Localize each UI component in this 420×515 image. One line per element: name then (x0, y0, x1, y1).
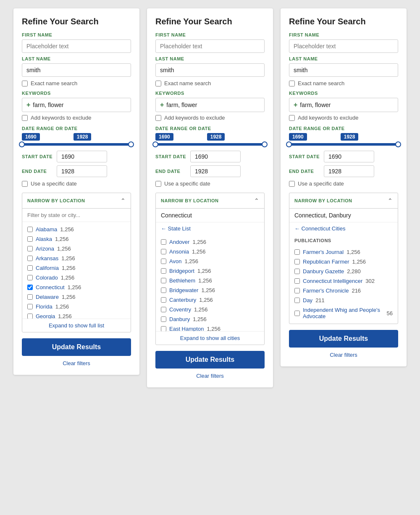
location-checkbox[interactable] (161, 249, 166, 254)
location-checkbox[interactable] (27, 246, 33, 251)
end-date-input-1[interactable] (57, 165, 107, 177)
pub-link[interactable]: Farmer's Journal (303, 249, 344, 255)
pub-link[interactable]: Connecticut Intelligencer (303, 278, 362, 284)
expand-link-1[interactable]: Expand to show full list (22, 319, 131, 332)
location-checkbox[interactable] (161, 307, 166, 312)
keywords-field-3[interactable]: + farm, flower (289, 98, 398, 112)
specific-date-checkbox-3[interactable] (289, 181, 295, 187)
location-checkbox[interactable] (27, 294, 33, 300)
location-link[interactable]: Danbury (169, 316, 190, 322)
specific-date-checkbox-2[interactable] (155, 181, 161, 187)
pub-link[interactable]: Danbury Gazette (303, 268, 344, 274)
location-link[interactable]: Colorado (36, 274, 58, 281)
specific-date-row-1: Use a specific date (22, 180, 131, 187)
back-link-2[interactable]: ← State List (156, 222, 264, 235)
location-checkbox[interactable] (161, 316, 166, 322)
narrow-header-2[interactable]: NARROW BY LOCATION ⌃ (156, 193, 264, 209)
clear-link-3[interactable]: Clear filters (289, 352, 398, 358)
location-checkbox[interactable] (161, 297, 166, 303)
last-name-input-3[interactable] (289, 63, 398, 77)
pub-checkbox[interactable] (294, 249, 300, 255)
update-btn-2[interactable]: Update Results (155, 351, 265, 369)
location-checkbox[interactable] (27, 314, 33, 319)
location-link[interactable]: Arkansas (36, 255, 58, 261)
clear-link-2[interactable]: Clear filters (155, 373, 265, 379)
last-name-input-2[interactable] (155, 63, 265, 77)
location-checkbox[interactable] (161, 326, 166, 331)
location-link[interactable]: Bethlehem (169, 277, 195, 284)
exact-name-checkbox-2[interactable] (155, 81, 161, 86)
location-checkbox[interactable] (27, 285, 33, 290)
first-name-input-1[interactable] (22, 39, 131, 53)
location-link[interactable]: Bridgeport (169, 268, 194, 274)
pub-checkbox[interactable] (294, 311, 300, 316)
slider-thumb-left-3[interactable] (286, 141, 292, 147)
location-link[interactable]: Andover (169, 239, 189, 245)
keywords-field-2[interactable]: + farm, flower (155, 98, 265, 112)
location-link[interactable]: Avon (169, 258, 181, 264)
first-name-input-3[interactable] (289, 39, 398, 53)
slider-thumb-right-3[interactable] (395, 141, 401, 147)
location-checkbox[interactable] (27, 236, 33, 242)
end-date-input-2[interactable] (190, 165, 241, 177)
update-btn-3[interactable]: Update Results (289, 330, 398, 348)
keywords-field-1[interactable]: + farm, flower (22, 98, 131, 112)
specific-date-checkbox-1[interactable] (22, 181, 28, 187)
update-btn-1[interactable]: Update Results (22, 338, 131, 356)
location-link[interactable]: Bridgewater (169, 287, 198, 293)
location-link[interactable]: Georgia (36, 313, 55, 319)
start-date-input-3[interactable] (324, 151, 374, 162)
location-checkbox[interactable] (161, 268, 166, 274)
location-checkbox[interactable] (27, 256, 33, 261)
slider-thumb-left-2[interactable] (152, 141, 158, 147)
location-link[interactable]: Connecticut (36, 284, 65, 290)
pub-checkbox[interactable] (294, 278, 300, 284)
first-name-input-2[interactable] (155, 39, 265, 53)
pub-checkbox[interactable] (294, 288, 300, 293)
start-date-input-2[interactable] (190, 151, 241, 162)
clear-link-1[interactable]: Clear filters (22, 360, 131, 366)
location-link[interactable]: East Hampton (169, 326, 204, 331)
slider-thumb-right-1[interactable] (128, 141, 134, 147)
slider-thumb-left-1[interactable] (19, 141, 25, 147)
exact-name-checkbox-1[interactable] (22, 81, 28, 86)
location-link[interactable]: Delaware (36, 294, 59, 300)
expand-link-2[interactable]: Expand to show all cities (156, 331, 264, 345)
pub-checkbox[interactable] (294, 269, 300, 274)
location-link[interactable]: California (36, 265, 59, 271)
pub-link[interactable]: Farmer's Chronicle (303, 288, 349, 294)
location-checkbox[interactable] (27, 265, 33, 271)
location-link[interactable]: Canterbury (169, 297, 196, 303)
last-name-input-1[interactable] (22, 63, 131, 77)
location-checkbox[interactable] (27, 227, 33, 232)
exact-name-checkbox-3[interactable] (289, 81, 295, 86)
pub-checkbox[interactable] (294, 298, 300, 303)
location-link[interactable]: Arizona (36, 246, 54, 252)
location-link[interactable]: Coventry (169, 306, 191, 313)
location-link[interactable]: Alabama (36, 226, 57, 233)
filter-input-1[interactable] (22, 209, 131, 222)
exclude-keywords-checkbox-3[interactable] (289, 115, 295, 121)
pub-link[interactable]: Republican Farmer (303, 259, 349, 265)
location-checkbox[interactable] (161, 278, 166, 283)
exclude-keywords-checkbox-2[interactable] (155, 115, 161, 121)
slider-thumb-right-2[interactable] (262, 141, 268, 147)
location-link[interactable]: Alaska (36, 236, 52, 242)
end-date-input-3[interactable] (324, 165, 374, 177)
narrow-header-3[interactable]: NARROW BY LOCATION ⌃ (289, 193, 398, 209)
start-date-input-1[interactable] (57, 151, 107, 162)
pub-checkbox[interactable] (294, 259, 300, 264)
location-checkbox[interactable] (27, 275, 33, 280)
location-checkbox[interactable] (161, 239, 166, 245)
back-link-3[interactable]: ← Connecticut Cities (289, 222, 398, 235)
exclude-keywords-checkbox-1[interactable] (22, 115, 28, 121)
end-date-label-1: END DATE (22, 169, 53, 174)
location-link[interactable]: Ansonia (169, 248, 189, 255)
location-checkbox[interactable] (161, 259, 166, 264)
location-checkbox[interactable] (27, 304, 33, 309)
location-link[interactable]: Florida (36, 303, 52, 310)
pub-link[interactable]: Independent Whig and People's Advocate (303, 307, 384, 319)
pub-link[interactable]: Day (303, 297, 312, 303)
narrow-header-1[interactable]: NARROW BY LOCATION ⌃ (22, 193, 131, 209)
location-checkbox[interactable] (161, 288, 166, 293)
